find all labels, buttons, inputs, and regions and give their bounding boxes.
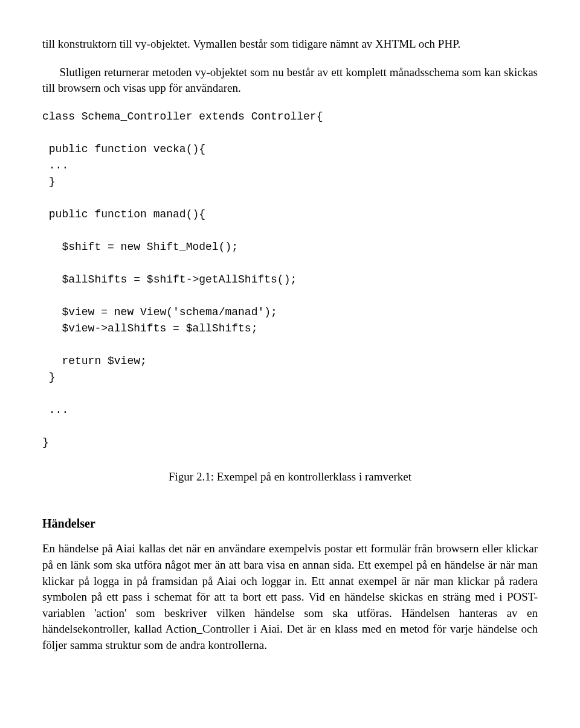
intro-paragraph-2: Slutligen returnerar metoden vy-objektet…	[42, 65, 538, 97]
section-heading-handelser: Händelser	[42, 515, 538, 532]
figure-caption: Figur 2.1: Exempel på en kontrollerklass…	[42, 469, 538, 485]
intro-paragraph-1: till konstruktorn till vy-objektet. Vyma…	[42, 36, 538, 53]
code-listing: class Schema_Controller extends Controll…	[42, 109, 538, 451]
handelser-paragraph: En händelse på Aiai kallas det när en an…	[42, 541, 538, 653]
